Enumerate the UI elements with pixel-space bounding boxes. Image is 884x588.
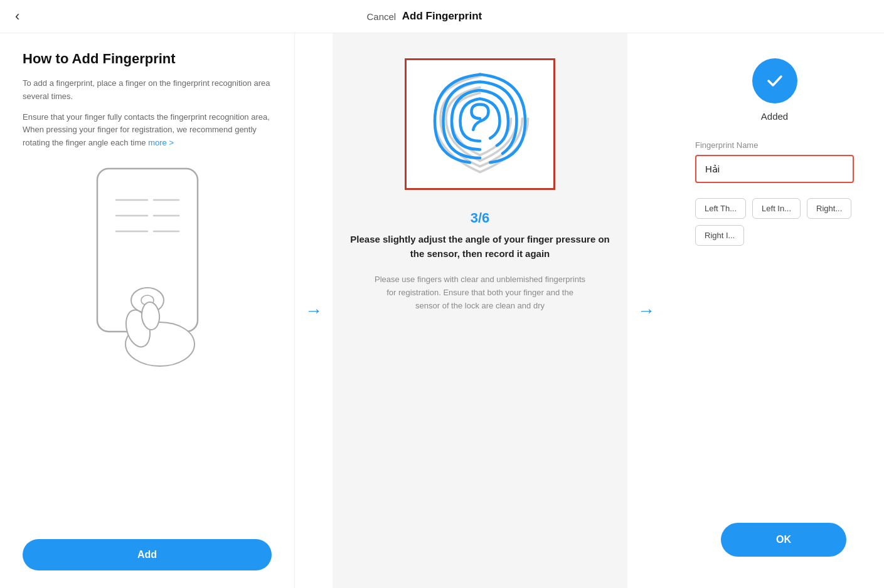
arrow-middle-to-right: → (627, 33, 665, 588)
left-index-button[interactable]: Left In... (752, 198, 801, 219)
instruction-para1: To add a fingerprint, place a finger on … (23, 77, 272, 103)
instruction-main-text: Please slightly adjust the angle of your… (348, 233, 612, 261)
right-arrow-icon: → (305, 301, 322, 321)
how-to-heading: How to Add Fingerprint (23, 51, 272, 67)
arrow-left-to-middle: → (295, 33, 333, 588)
instruction-para2: Ensure that your finger fully contacts t… (23, 111, 272, 150)
added-section: Added (695, 58, 854, 122)
right-thumb-button[interactable]: Right... (807, 198, 851, 219)
check-circle (752, 58, 797, 103)
add-button[interactable]: Add (23, 539, 272, 570)
right-index-button[interactable]: Right I... (695, 225, 744, 246)
right-arrow-icon-2: → (637, 301, 655, 321)
more-link[interactable]: more > (148, 138, 174, 147)
main-content: How to Add Fingerprint To add a fingerpr… (0, 33, 884, 588)
left-content: How to Add Fingerprint To add a fingerpr… (23, 51, 272, 375)
progress-indicator: 3/6 (471, 210, 490, 226)
device-illustration (23, 162, 272, 375)
middle-panel: 3/6 Please slightly adjust the angle of … (333, 33, 627, 588)
finger-type-buttons: Left Th... Left In... Right... Right I..… (695, 198, 854, 246)
fingerprint-name-label: Fingerprint Name (695, 140, 854, 150)
right-panel: Added Fingerprint Name Left Th... Left I… (665, 33, 884, 588)
ok-button[interactable]: OK (721, 523, 846, 557)
fingerprint-svg (423, 68, 536, 181)
instruction-sub-text: Please use fingers with clear and unblem… (373, 273, 587, 312)
fingerprint-scan-area (405, 58, 555, 190)
left-thumb-button[interactable]: Left Th... (695, 198, 746, 219)
header: ‹ Cancel Add Fingerprint (0, 0, 884, 33)
left-panel: How to Add Fingerprint To add a fingerpr… (0, 33, 295, 588)
back-button[interactable]: ‹ (15, 9, 19, 23)
checkmark-icon (764, 70, 786, 92)
added-label: Added (761, 111, 788, 122)
page-title: Add Fingerprint (402, 10, 482, 23)
cancel-button[interactable]: Cancel (367, 11, 397, 22)
device-svg (72, 162, 223, 375)
fingerprint-name-input[interactable] (695, 155, 854, 183)
